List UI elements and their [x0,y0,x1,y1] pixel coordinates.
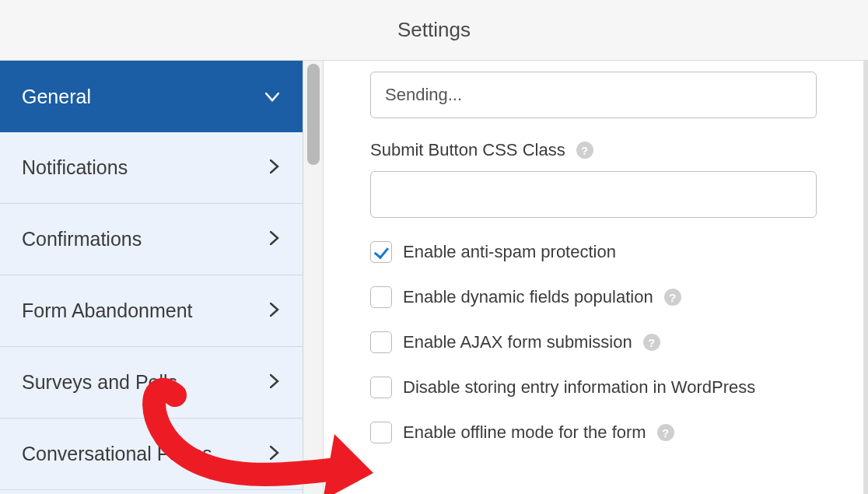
checkbox-dynamic-fields[interactable] [370,286,392,308]
sidebar-item-confirmations[interactable]: Confirmations [0,204,303,275]
chevron-right-icon [270,229,279,250]
sidebar-scrollbar[interactable] [303,61,324,494]
checkbox-anti-spam[interactable] [370,241,392,263]
checkbox-ajax-submission[interactable] [370,331,392,353]
submit-button-css-class-input[interactable] [370,171,817,218]
sidebar-item-conversational-forms[interactable]: Conversational Forms [0,419,303,490]
checkbox-offline-mode[interactable] [370,422,392,443]
option-anti-spam: Enable anti-spam protection [370,241,817,263]
sidebar-item-general[interactable]: General [0,61,303,132]
checkbox-label: Enable anti-spam protection [403,242,616,262]
chevron-right-icon [270,373,279,393]
checkbox-label: Enable offline mode for the form [403,422,646,443]
scrollbar-thumb[interactable] [307,64,320,165]
settings-panel: Submit Button CSS Class ? Enable anti-sp… [324,61,868,494]
sidebar-item-label: Surveys and Polls [22,371,177,394]
chevron-right-icon [270,301,279,321]
page-title: Settings [397,18,471,42]
css-class-label: Submit Button CSS Class [370,140,565,160]
sidebar-item-surveys-and-polls[interactable]: Surveys and Polls [0,347,303,419]
help-icon[interactable]: ? [643,334,660,351]
submit-processing-text-input[interactable] [370,72,817,118]
sidebar-item-notifications[interactable]: Notifications [0,132,303,204]
sidebar-item-label: General [22,86,91,108]
option-disable-storing-entry: Disable storing entry information in Wor… [370,377,817,398]
chevron-right-icon [270,158,279,178]
option-dynamic-fields: Enable dynamic fields population ? [370,286,817,308]
sidebar-item-label: Notifications [22,156,128,179]
help-icon[interactable]: ? [576,142,593,159]
checkbox-label: Enable dynamic fields population [403,287,653,307]
chevron-right-icon [270,444,279,464]
checkbox-label: Enable AJAX form submission [403,332,632,352]
sidebar-item-label: Conversational Forms [22,443,212,465]
checkbox-label: Disable storing entry information in Wor… [403,377,755,398]
chevron-down-icon [265,86,279,107]
option-ajax-submission: Enable AJAX form submission ? [370,331,817,353]
option-offline-mode: Enable offline mode for the form ? [370,422,817,443]
checkbox-disable-storing-entry[interactable] [370,377,392,398]
settings-sidebar: General Notifications Confirmations Form… [0,61,303,494]
sidebar-item-label: Confirmations [22,228,142,251]
help-icon[interactable]: ? [664,289,681,306]
help-icon[interactable]: ? [657,424,674,441]
settings-header: Settings [0,0,868,61]
sidebar-item-form-abandonment[interactable]: Form Abandonment [0,275,303,347]
sidebar-item-label: Form Abandonment [22,300,193,322]
